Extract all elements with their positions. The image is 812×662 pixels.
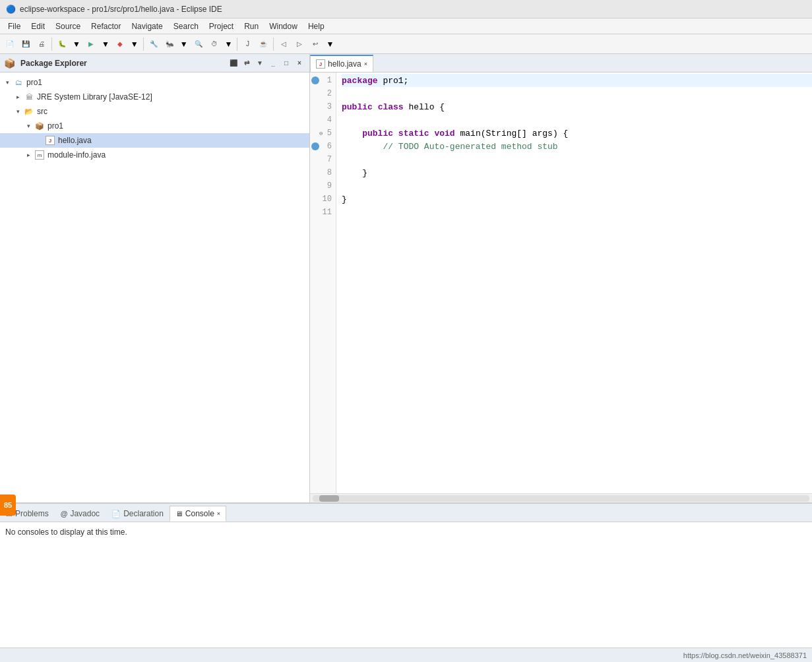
menu-bar: File Edit Source Refactor Navigate Searc… xyxy=(0,18,812,34)
keyword-package: package xyxy=(342,76,378,86)
tree-label-src: src xyxy=(37,107,47,116)
menu-edit[interactable]: Edit xyxy=(26,20,50,32)
tree-item-hellojava[interactable]: ▸ J hello.java xyxy=(0,133,309,148)
menu-project[interactable]: Project xyxy=(204,20,239,32)
java-button[interactable]: J xyxy=(240,37,255,51)
new-button[interactable]: 📄 xyxy=(3,37,17,51)
code-content[interactable]: package pro1; public class hello { xyxy=(336,73,812,493)
editor-panel: J hello.java × 1 2 3 4 5 ⊖ xyxy=(310,54,812,502)
code-line-3: public class hello { xyxy=(342,100,812,113)
src-folder-icon: 📂 xyxy=(24,106,34,117)
keyword-void: void xyxy=(434,129,454,138)
view-menu-button[interactable]: ▼ xyxy=(254,57,266,69)
menu-source[interactable]: Source xyxy=(50,20,86,32)
menu-window[interactable]: Window xyxy=(264,20,303,32)
tree-item-pro1pkg[interactable]: ▾ 📦 pro1 xyxy=(0,119,309,133)
line-num-4: 4 xyxy=(310,113,336,127)
editor-tab-bar: J hello.java × xyxy=(310,54,812,73)
package-explorer-icon: 📦 xyxy=(4,58,15,69)
menu-run[interactable]: Run xyxy=(239,20,264,32)
code-text-pro1: pro1; xyxy=(378,76,409,86)
history-button[interactable]: ⏱ xyxy=(207,37,222,51)
nav-last-edit[interactable]: ↩ xyxy=(308,37,323,51)
code-indent-6 xyxy=(342,142,383,152)
close-panel-button[interactable]: × xyxy=(294,57,305,69)
window-title: eclipse-workspace - pro1/src/pro1/hello.… xyxy=(20,5,222,14)
menu-refactor[interactable]: Refactor xyxy=(86,20,126,32)
code-editor[interactable]: 1 2 3 4 5 ⊖ 6 7 8 9 10 11 xyxy=(310,73,812,493)
nav-back[interactable]: ◁ xyxy=(276,37,291,51)
arrow-jre: ▸ xyxy=(13,92,22,102)
print-button[interactable]: 🖨 xyxy=(34,37,49,51)
tab-label-hellojava: hello.java xyxy=(328,59,361,69)
h-scroll-track[interactable] xyxy=(313,495,809,502)
run-button[interactable]: ▶ xyxy=(84,37,98,51)
tree-item-jre[interactable]: ▸ 🏛 JRE System Library [JavaSE-12] xyxy=(0,90,309,104)
menu-file[interactable]: File xyxy=(3,20,26,32)
tab-declaration[interactable]: 📄 Declaration xyxy=(106,506,170,522)
menu-search[interactable]: Search xyxy=(168,20,204,32)
editor-horizontal-scrollbar[interactable] xyxy=(310,493,812,502)
code-line-9 xyxy=(342,179,812,193)
tree-item-src[interactable]: ▾ 📂 src xyxy=(0,104,309,119)
history-dropdown[interactable]: ▼ xyxy=(223,37,235,51)
package-icon: 📦 xyxy=(34,121,45,131)
package-explorer-tree: ▾ 🗂 pro1 ▸ 🏛 JRE System Library [JavaSE-… xyxy=(0,73,309,502)
h-scroll-thumb[interactable] xyxy=(319,495,339,502)
tab-close-x[interactable]: × xyxy=(364,61,367,67)
ant-dropdown[interactable]: ▼ xyxy=(178,37,190,51)
tree-label-hellojava: hello.java xyxy=(58,136,92,145)
code-line-10: } xyxy=(342,193,812,206)
nav-dropdown[interactable]: ▼ xyxy=(324,37,336,51)
line-num-8: 8 xyxy=(310,166,336,179)
code-text-hello: hello { xyxy=(404,102,445,112)
debug-button[interactable]: 🐛 xyxy=(55,37,69,51)
tree-label-moduleinfo: module-info.java xyxy=(47,150,106,160)
separator-4 xyxy=(273,38,274,51)
collapse-all-button[interactable]: ⬛ xyxy=(228,57,239,69)
nav-fwd[interactable]: ▷ xyxy=(292,37,307,51)
code-sp-2 xyxy=(429,129,435,138)
coverage-button[interactable]: ◆ xyxy=(113,37,127,51)
tab-console[interactable]: 🖥 Console × xyxy=(170,506,226,522)
tree-item-moduleinfo[interactable]: ▸ m module-info.java xyxy=(0,148,309,162)
java-file-icon: J xyxy=(45,135,55,146)
line-num-11: 11 xyxy=(310,206,336,219)
orange-badge[interactable]: 85 xyxy=(0,495,16,516)
line-num-2: 2 xyxy=(310,87,336,100)
run-dropdown[interactable]: ▼ xyxy=(100,37,111,51)
code-line-6: // TODO Auto-generated method stub xyxy=(342,140,812,153)
line-num-5: 5 ⊖ xyxy=(310,127,336,140)
tab-console-close[interactable]: × xyxy=(217,510,220,517)
menu-help[interactable]: Help xyxy=(303,20,330,32)
debug-dropdown[interactable]: ▼ xyxy=(71,37,82,51)
line-num-6: 6 xyxy=(310,140,336,153)
code-line-7 xyxy=(342,153,812,166)
code-line-2 xyxy=(342,87,812,100)
save-button[interactable]: 💾 xyxy=(18,37,33,51)
link-editor-button[interactable]: ⇄ xyxy=(241,57,253,69)
line-num-9: 9 xyxy=(310,179,336,193)
tab-javadoc[interactable]: @ Javadoc xyxy=(55,506,106,522)
arrow-pro1pkg: ▾ xyxy=(24,121,33,131)
bottom-panel: ⚠ Problems @ Javadoc 📄 Declaration 🖥 Con… xyxy=(0,502,812,647)
tree-item-pro1[interactable]: ▾ 🗂 pro1 xyxy=(0,75,309,90)
ant-button[interactable]: 🐜 xyxy=(162,37,177,51)
code-line-8: } xyxy=(342,166,812,179)
maximize-button[interactable]: □ xyxy=(280,57,292,69)
menu-navigate[interactable]: Navigate xyxy=(126,20,168,32)
java2-button[interactable]: ☕ xyxy=(256,37,270,51)
tree-label-pro1: pro1 xyxy=(26,78,42,87)
console-icon: 🖥 xyxy=(175,510,183,518)
search-button[interactable]: 🔍 xyxy=(191,37,206,51)
minimize-button[interactable]: _ xyxy=(267,57,279,69)
tab-file-icon: J xyxy=(316,59,325,69)
bottom-tab-bar: ⚠ Problems @ Javadoc 📄 Declaration 🖥 Con… xyxy=(0,504,812,522)
coverage-dropdown[interactable]: ▼ xyxy=(129,37,141,51)
ext-tools-button[interactable]: 🔧 xyxy=(146,37,161,51)
editor-tab-hellojava[interactable]: J hello.java × xyxy=(310,55,373,72)
line-num-3: 3 xyxy=(310,100,336,113)
panel-toolbar: ⬛ ⇄ ▼ _ □ × xyxy=(228,57,305,69)
package-explorer-title: Package Explorer xyxy=(20,59,225,68)
line-num-10: 10 xyxy=(310,193,336,206)
